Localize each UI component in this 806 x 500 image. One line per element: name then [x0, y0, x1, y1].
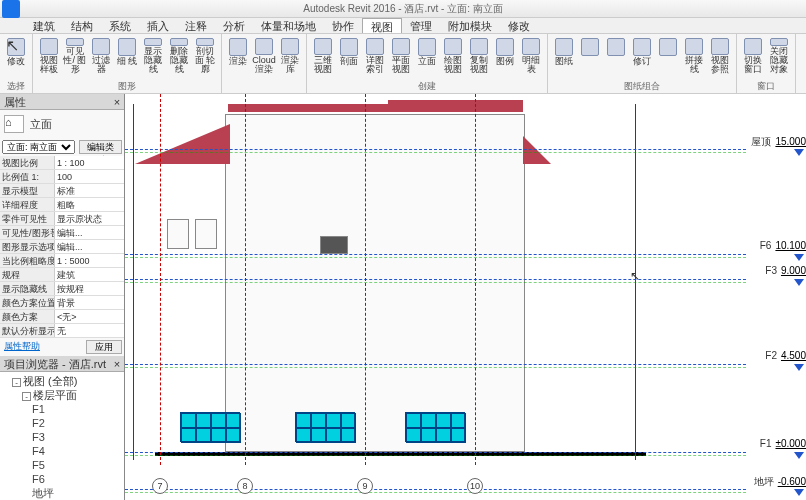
ribbon-button[interactable]: 修订 [630, 36, 654, 74]
tree-node[interactable]: 地坪 [4, 486, 124, 500]
property-row[interactable]: 零件可见性显示原状态 [0, 212, 124, 226]
grid-line[interactable] [160, 94, 161, 465]
ribbon-button[interactable]: 视图 参照 [708, 36, 732, 74]
ribbon-button[interactable]: 删除 隐藏线 [167, 36, 191, 74]
grid-bubble[interactable]: 10 [467, 478, 483, 494]
ribbon-button[interactable]: 渲染 [226, 36, 250, 74]
ribbon-tab[interactable]: 分析 [215, 18, 253, 33]
apply-button[interactable]: 应用 [86, 340, 122, 354]
ribbon-button[interactable]: 渲染 库 [278, 36, 302, 74]
edit-type-button[interactable]: 编辑类型 [79, 140, 122, 154]
ribbon-button[interactable]: 显示 隐藏线 [141, 36, 165, 74]
tree-node[interactable]: F4 [4, 444, 124, 458]
type-selector[interactable]: 立面: 南立面 [2, 140, 75, 154]
ribbon-button[interactable]: 拼接线 [682, 36, 706, 74]
property-value[interactable]: 1 : 100 [55, 156, 124, 169]
grid-line[interactable] [475, 94, 476, 465]
property-row[interactable]: 详细程度粗略 [0, 198, 124, 212]
ribbon-button[interactable]: 立面 [415, 36, 439, 74]
level-elevation[interactable]: 9.000 [781, 265, 806, 276]
ribbon-button[interactable]: 切换 窗口 [741, 36, 765, 74]
ribbon-tab[interactable]: 修改 [500, 18, 538, 33]
drawing-canvas[interactable]: 屋顶15.000F610.100F39.000F24.500F1±0.000地坪… [125, 94, 806, 500]
properties-help-link[interactable]: 属性帮助 [2, 340, 86, 354]
grid-bubble[interactable]: 7 [152, 478, 168, 494]
close-icon[interactable]: × [110, 356, 124, 372]
ribbon-tab[interactable]: 注释 [177, 18, 215, 33]
grid-bubble[interactable]: 9 [357, 478, 373, 494]
property-row[interactable]: 显示模型标准 [0, 184, 124, 198]
level-elevation[interactable]: 4.500 [781, 350, 806, 361]
ribbon-tab[interactable]: 协作 [324, 18, 362, 33]
ribbon-tab[interactable]: 体量和场地 [253, 18, 324, 33]
tree-node[interactable]: -楼层平面 [4, 388, 124, 402]
ribbon-button[interactable]: 可见性/ 图形 [63, 36, 87, 74]
tree-node[interactable]: F5 [4, 458, 124, 472]
property-row[interactable]: 默认分析显示...无 [0, 324, 124, 338]
ribbon-button[interactable] [656, 36, 680, 74]
ribbon-button[interactable]: 剖面 [337, 36, 361, 74]
property-value[interactable]: 100 [55, 170, 124, 183]
ribbon-button[interactable]: 绘图 视图 [441, 36, 465, 74]
property-row[interactable]: 比例值 1:100 [0, 170, 124, 184]
tree-expander[interactable]: - [22, 392, 31, 401]
ribbon-button[interactable]: 复制 视图 [467, 36, 491, 74]
ribbon-button[interactable]: 明细表 [519, 36, 543, 74]
tree-node[interactable]: F2 [4, 416, 124, 430]
property-row[interactable]: 视图比例1 : 100 [0, 156, 124, 170]
property-value[interactable]: <无> [55, 310, 124, 323]
property-value[interactable]: 无 [55, 324, 124, 337]
tree-expander[interactable]: - [12, 378, 21, 387]
ribbon-button[interactable]: 过滤器 [89, 36, 113, 74]
ribbon-tab[interactable]: 附加模块 [440, 18, 500, 33]
property-row[interactable]: 图形显示选项编辑... [0, 240, 124, 254]
property-value[interactable]: 编辑... [55, 240, 124, 253]
ribbon-button[interactable]: 视图 样板 [37, 36, 61, 74]
grid-line[interactable] [245, 94, 246, 465]
property-row[interactable]: 颜色方案<无> [0, 310, 124, 324]
level-elevation[interactable]: ±0.000 [775, 438, 806, 449]
ribbon-button[interactable]: 剖切面 轮廓 [193, 36, 217, 74]
property-row[interactable]: 颜色方案位置背景 [0, 296, 124, 310]
app-icon[interactable] [2, 0, 20, 18]
property-value[interactable]: 建筑 [55, 268, 124, 281]
ribbon-button[interactable]: 图纸 [552, 36, 576, 74]
ribbon-button[interactable] [578, 36, 602, 74]
ribbon-tab[interactable]: 结构 [63, 18, 101, 33]
ribbon-button[interactable]: 详图索引 [363, 36, 387, 74]
property-value[interactable]: 标准 [55, 184, 124, 197]
cursor-tool-icon[interactable]: ↖ [6, 36, 19, 55]
tree-node[interactable]: F3 [4, 430, 124, 444]
grid-line[interactable] [365, 94, 366, 465]
ribbon-tab[interactable]: 视图 [362, 18, 402, 33]
tree-node[interactable]: -视图 (全部) [4, 374, 124, 388]
property-value[interactable]: 1 : 5000 [55, 254, 124, 267]
ribbon-tab[interactable]: 插入 [139, 18, 177, 33]
level-elevation[interactable]: 10.100 [775, 240, 806, 251]
close-icon[interactable]: × [110, 94, 124, 110]
level-elevation[interactable]: 15.000 [775, 136, 806, 147]
ribbon-button[interactable]: 细 线 [115, 36, 139, 74]
property-value[interactable]: 粗略 [55, 198, 124, 211]
ribbon-tab[interactable]: 建筑 [25, 18, 63, 33]
property-value[interactable]: 显示原状态 [55, 212, 124, 225]
ribbon-button[interactable]: 三维 视图 [311, 36, 335, 74]
property-value[interactable]: 编辑... [55, 226, 124, 239]
property-value[interactable]: 按规程 [55, 282, 124, 295]
property-row[interactable]: 可见性/图形替换编辑... [0, 226, 124, 240]
property-row[interactable]: 规程建筑 [0, 268, 124, 282]
property-value[interactable]: 背景 [55, 296, 124, 309]
property-row[interactable]: 显示隐藏线按规程 [0, 282, 124, 296]
ribbon-button[interactable]: 图例 [493, 36, 517, 74]
ribbon-button[interactable]: 关闭 隐藏对象 [767, 36, 791, 74]
ribbon-button[interactable] [604, 36, 628, 74]
ribbon-tab[interactable]: 管理 [402, 18, 440, 33]
tree-node[interactable]: F1 [4, 402, 124, 416]
ribbon-button[interactable]: Cloud 渲染 [252, 36, 276, 74]
level-elevation[interactable]: -0.600 [778, 476, 806, 487]
ribbon-tab[interactable]: 系统 [101, 18, 139, 33]
ribbon-button[interactable]: 平面 视图 [389, 36, 413, 74]
tree-node[interactable]: F6 [4, 472, 124, 486]
property-row[interactable]: 当比例粗略度...1 : 5000 [0, 254, 124, 268]
grid-bubble[interactable]: 8 [237, 478, 253, 494]
